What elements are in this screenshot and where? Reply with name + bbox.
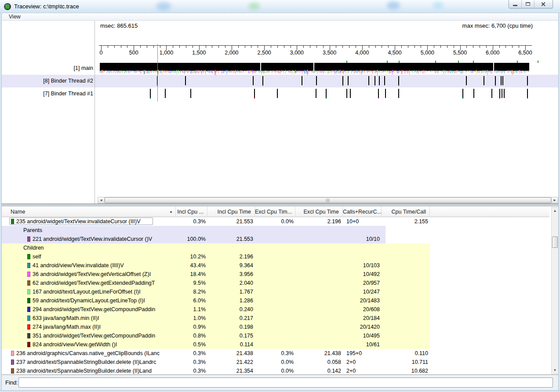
method-call-tick[interactable]	[302, 76, 302, 85]
method-call-tick[interactable]	[277, 89, 278, 98]
method-call-tick[interactable]	[253, 76, 254, 85]
table-row[interactable]: 274 java/lang/Math.max (II)I0.9%0.19820/…	[2, 323, 551, 331]
call-noise	[504, 71, 505, 73]
method-call-tick[interactable]	[379, 76, 380, 85]
call-noise	[226, 70, 227, 74]
method-call-tick[interactable]	[466, 76, 467, 85]
method-call-tick[interactable]	[502, 76, 503, 85]
minimize-button[interactable]	[509, 0, 522, 8]
method-call-tick[interactable]	[398, 76, 399, 85]
method-call-tick[interactable]	[495, 76, 496, 85]
call-noise	[207, 71, 207, 72]
method-call-tick[interactable]	[527, 89, 528, 98]
column-header-1[interactable]: Incl Cpu ...	[176, 207, 207, 217]
method-call-tick[interactable]	[527, 76, 528, 85]
method-call-tick[interactable]	[350, 89, 351, 98]
thread-row[interactable]: [8] Binder Thread #2	[2, 75, 558, 87]
hscrollbar-thumb[interactable]	[105, 197, 551, 203]
method-call-tick[interactable]	[326, 89, 327, 98]
close-button[interactable]	[535, 0, 553, 8]
table-vscrollbar[interactable]: ▲ ▼	[551, 207, 558, 374]
table-row[interactable]: 238 android/text/SpannableStringBuilder.…	[2, 367, 551, 374]
timeline-hscrollbar[interactable]: ◄ ►	[98, 197, 558, 203]
table-row[interactable]: 236 android/graphics/Canvas.native_getCl…	[2, 349, 551, 358]
method-call-tick[interactable]	[254, 89, 255, 98]
call-noise	[235, 70, 236, 74]
method-call-tick[interactable]	[316, 89, 316, 98]
method-call-tick[interactable]	[502, 89, 502, 98]
column-header-4[interactable]: Excl Cpu Time	[295, 207, 343, 217]
method-call-tick[interactable]	[378, 89, 379, 98]
find-input[interactable]	[18, 377, 553, 388]
pane-splitter[interactable]	[2, 203, 558, 207]
menu-view[interactable]: View	[6, 14, 23, 20]
call-noise	[105, 70, 105, 71]
table-row[interactable]: 235 android/widget/TextView.invalidateCu…	[2, 217, 551, 226]
table-row[interactable]: self10.2%2.196	[2, 252, 551, 261]
maximize-button[interactable]	[522, 0, 535, 8]
method-call-tick[interactable]	[385, 89, 386, 98]
method-call-tick[interactable]	[368, 76, 369, 85]
table-row[interactable]: 62 android/widget/TextView.getExtendedPa…	[2, 279, 551, 287]
method-call-tick[interactable]	[150, 89, 151, 98]
method-call-tick[interactable]	[499, 89, 500, 98]
method-color-icon	[27, 263, 30, 268]
method-call-tick[interactable]	[484, 76, 484, 85]
table-row[interactable]: Parents	[2, 226, 551, 235]
method-call-tick[interactable]	[262, 76, 263, 85]
column-header-3[interactable]: Excl Cpu Tim...	[255, 207, 295, 217]
call-noise	[458, 70, 458, 72]
method-call-tick[interactable]	[348, 76, 349, 85]
band-gap	[260, 63, 261, 71]
table-row[interactable]: 237 android/text/SpannableStringBuilder.…	[2, 358, 551, 367]
main-thread-activity-band[interactable]	[100, 63, 529, 74]
method-call-tick[interactable]	[346, 89, 347, 98]
table-row[interactable]: 824 android/view/View.getWidth ()I0.5%0.…	[2, 340, 551, 349]
call-noise	[509, 70, 509, 73]
thread-label: [1] main	[2, 62, 93, 75]
method-call-tick[interactable]	[185, 76, 186, 85]
method-call-tick[interactable]	[384, 76, 385, 85]
table-row[interactable]: 294 android/widget/TextView.getCompoundP…	[2, 305, 551, 314]
glass-reflection	[156, 2, 171, 11]
column-header-2[interactable]: Incl Cpu Time	[207, 207, 255, 217]
method-call-tick[interactable]	[398, 89, 399, 98]
table-row[interactable]: 633 java/lang/Math.min (II)I1.0%0.21720/…	[2, 314, 551, 323]
method-call-tick[interactable]	[375, 76, 375, 85]
column-header-5[interactable]: Calls+RecurC...	[343, 207, 382, 217]
table-row[interactable]: 41 android/view/View.invalidate (IIII)V4…	[2, 261, 551, 270]
method-call-tick[interactable]	[165, 89, 166, 98]
method-call-tick[interactable]	[462, 89, 463, 98]
method-call-tick[interactable]	[473, 89, 474, 98]
scroll-left-arrow[interactable]: ◄	[98, 197, 105, 203]
scroll-up-arrow[interactable]: ▲	[552, 207, 558, 214]
method-call-tick[interactable]	[491, 89, 492, 98]
method-call-tick[interactable]	[504, 89, 505, 98]
method-color-icon	[27, 324, 30, 330]
method-call-tick[interactable]	[342, 76, 343, 85]
column-header-name[interactable]: Name	[2, 207, 176, 217]
table-row[interactable]: 221 android/widget/TextView.invalidateCu…	[2, 235, 551, 243]
table-row[interactable]: Children	[2, 243, 551, 252]
ruler-tick	[271, 46, 271, 48]
call-noise	[252, 70, 253, 74]
method-call-tick[interactable]	[316, 76, 317, 85]
timeline-pane[interactable]: [1] main[8] Binder Thread #2[7] Binder T…	[2, 21, 558, 203]
time-cursor-line[interactable]	[157, 44, 158, 102]
call-noise	[351, 70, 352, 73]
scroll-right-arrow[interactable]: ►	[551, 197, 558, 203]
call-noise	[447, 71, 447, 72]
table-row[interactable]: 351 android/widget/TextView.getCompoundP…	[2, 331, 551, 340]
column-header-6[interactable]: Cpu Time/Call	[382, 207, 430, 217]
method-call-tick[interactable]	[190, 89, 191, 98]
call-noise	[449, 71, 449, 72]
call-noise	[389, 71, 389, 73]
method-call-tick[interactable]	[501, 76, 502, 85]
vscrollbar-thumb[interactable]	[552, 236, 558, 248]
scroll-down-arrow[interactable]: ▼	[552, 367, 558, 374]
ruler-tick	[388, 46, 389, 48]
table-row[interactable]: 59 android/text/DynamicLayout.getLineTop…	[2, 296, 551, 305]
thread-row[interactable]: [7] Binder Thread #1	[2, 87, 558, 100]
table-row[interactable]: 36 android/widget/TextView.getVerticalOf…	[2, 270, 551, 279]
table-row[interactable]: 167 android/text/Layout.getLineForOffset…	[2, 287, 551, 296]
